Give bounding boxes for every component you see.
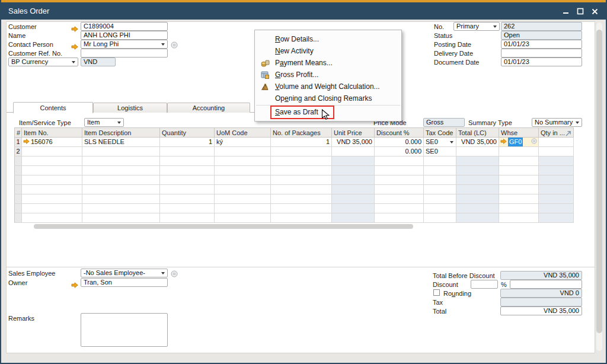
choose-from-list-icon[interactable] (531, 138, 537, 146)
cell-uom-code[interactable] (215, 213, 271, 223)
cell-item-no[interactable] (22, 166, 82, 175)
choose-from-list-icon[interactable] (171, 269, 178, 280)
cell-description[interactable] (82, 175, 160, 185)
delivery-date-field[interactable] (501, 49, 582, 58)
tab-accounting[interactable]: Accounting (167, 103, 250, 113)
cell-qty-in[interactable] (539, 166, 574, 175)
cell-quantity[interactable] (160, 204, 215, 213)
posting-date-field[interactable]: 01/01/23 (501, 40, 582, 49)
cell-uom-code[interactable] (215, 194, 271, 204)
cell-uom-code[interactable] (215, 166, 271, 175)
cell-packages[interactable] (271, 204, 332, 213)
cell-qty-in[interactable] (539, 194, 574, 204)
cell-uom-code[interactable] (215, 204, 271, 213)
cell-discount-pct[interactable] (375, 185, 424, 194)
cell-qty-in[interactable] (539, 175, 574, 185)
cell-quantity[interactable] (160, 175, 215, 185)
cell-whse[interactable] (499, 204, 539, 213)
minimize-button[interactable] (561, 7, 571, 16)
cell-quantity[interactable] (160, 213, 215, 223)
cell-whse[interactable] (499, 147, 539, 157)
cell-num[interactable]: 1 (14, 138, 22, 147)
cell-quantity[interactable] (160, 166, 215, 175)
cell-packages[interactable] (271, 175, 332, 185)
name-field[interactable]: ANH LONG PHI (81, 31, 168, 40)
menu-item-payment-means[interactable]: Payment Means... (255, 57, 401, 69)
cell-tax-code[interactable] (424, 194, 456, 204)
cell-num[interactable] (14, 213, 22, 223)
cell-discount-pct[interactable] (375, 213, 424, 223)
cell-quantity[interactable]: 1 (160, 138, 215, 147)
cell-unit-price[interactable] (332, 213, 375, 223)
cell-total-lc[interactable] (456, 166, 499, 175)
cell-unit-price[interactable]: VND 35,000 (332, 138, 375, 147)
bp-currency-dropdown[interactable]: BP Currency (8, 58, 78, 66)
tab-contents[interactable]: Contents (13, 102, 93, 113)
cell-quantity[interactable] (160, 147, 215, 157)
cell-description[interactable] (82, 147, 160, 157)
cell-tax-code[interactable]: SE0 (424, 147, 456, 157)
close-button[interactable] (589, 7, 600, 16)
cell-discount-pct[interactable] (375, 204, 424, 213)
cell-num[interactable] (14, 157, 22, 166)
cell-tax-code[interactable] (424, 157, 456, 166)
cell-packages[interactable]: 1 (271, 138, 332, 147)
cell-packages[interactable] (271, 166, 332, 175)
cell-tax-code[interactable] (424, 175, 456, 185)
cell-description[interactable] (82, 185, 160, 194)
cell-discount-pct[interactable] (375, 157, 424, 166)
cell-uom-code[interactable] (215, 157, 271, 166)
cell-uom-code[interactable]: ký (215, 138, 271, 147)
vertical-scrollbar-thumb[interactable] (596, 30, 602, 333)
menu-item-new-activity[interactable]: New Activity (255, 45, 401, 57)
cell-item-no[interactable] (22, 185, 82, 194)
link-arrow-icon[interactable] (23, 138, 30, 146)
cell-packages[interactable] (271, 194, 332, 204)
cell-item-no[interactable]: 156076 (22, 138, 82, 147)
menu-item-gross-profit[interactable]: Gross Profit... (255, 69, 401, 81)
cell-whse[interactable] (499, 194, 539, 204)
cell-discount-pct[interactable] (375, 166, 424, 175)
cell-tax-code[interactable] (424, 213, 456, 223)
cell-tax-code[interactable]: SE0 (424, 138, 456, 147)
cell-qty-in[interactable] (539, 185, 574, 194)
cell-total-lc[interactable] (456, 185, 499, 194)
cell-unit-price[interactable] (332, 166, 375, 175)
cell-unit-price[interactable] (332, 185, 375, 194)
cell-uom-code[interactable] (215, 175, 271, 185)
cell-whse[interactable]: GF0 (499, 138, 539, 147)
cell-packages[interactable] (271, 147, 332, 157)
cell-total-lc[interactable]: VND 35,000 (456, 138, 499, 147)
document-date-field[interactable]: 01/01/23 (501, 58, 582, 66)
menu-item-opening-and-closing-remarks[interactable]: Opening and Closing Remarks (255, 92, 401, 104)
maximize-button[interactable] (575, 7, 586, 16)
remarks-field[interactable] (81, 313, 168, 347)
cell-item-no[interactable] (22, 204, 82, 213)
cell-description[interactable] (82, 157, 160, 166)
cell-qty-in[interactable] (539, 204, 574, 213)
cell-packages[interactable] (271, 157, 332, 166)
discount-amount-field[interactable] (510, 280, 582, 289)
contact-person-dropdown[interactable]: Mr Long Phi (81, 40, 168, 49)
link-arrow-icon[interactable] (71, 41, 78, 52)
dropdown-caret-icon[interactable] (450, 141, 453, 143)
sales-employee-dropdown[interactable]: -No Sales Employee- (81, 269, 168, 277)
choose-from-list-icon[interactable] (171, 40, 178, 51)
cell-num[interactable] (14, 185, 22, 194)
cell-packages[interactable] (271, 185, 332, 194)
cell-discount-pct[interactable] (375, 194, 424, 204)
cell-quantity[interactable] (160, 157, 215, 166)
cell-num[interactable] (14, 204, 22, 213)
owner-field[interactable]: Tran, Son (81, 278, 168, 287)
cell-num[interactable] (14, 166, 22, 175)
cell-tax-code[interactable] (424, 204, 456, 213)
cell-total-lc[interactable] (456, 194, 499, 204)
tab-logistics[interactable]: Logistics (93, 103, 167, 113)
cell-description[interactable] (82, 166, 160, 175)
summary-type-dropdown[interactable]: No Summary (532, 118, 582, 127)
cell-total-lc[interactable] (456, 204, 499, 213)
cell-total-lc[interactable] (456, 175, 499, 185)
link-arrow-icon[interactable] (500, 138, 507, 146)
link-arrow-icon[interactable] (71, 280, 78, 290)
cell-unit-price[interactable] (332, 147, 375, 157)
